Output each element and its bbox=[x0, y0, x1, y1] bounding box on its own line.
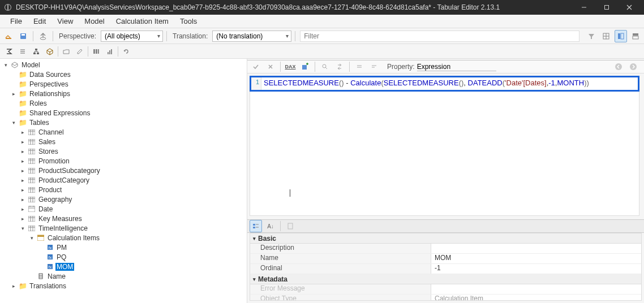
tok-calculate: Calculate bbox=[350, 79, 381, 87]
layout-icon[interactable] bbox=[629, 30, 642, 42]
grid-icon[interactable] bbox=[600, 30, 612, 42]
tree-tables[interactable]: ▾📁Tables bbox=[0, 118, 247, 127]
svg-rect-37 bbox=[28, 149, 35, 154]
prop-page-icon[interactable] bbox=[284, 220, 297, 232]
menu-tools[interactable]: Tools bbox=[174, 16, 203, 27]
perspective-combo[interactable]: (All objects) bbox=[101, 31, 163, 42]
bars-icon[interactable] bbox=[103, 45, 117, 58]
tree-table-geography[interactable]: ▸Geography bbox=[0, 194, 247, 204]
svg-point-91 bbox=[615, 63, 622, 70]
tree-perspectives[interactable]: 📁Perspectives bbox=[0, 79, 247, 89]
tree-table-sales[interactable]: ▸Sales bbox=[0, 137, 247, 146]
minimize-button[interactable] bbox=[573, 0, 595, 15]
menu-edit[interactable]: Edit bbox=[28, 16, 51, 27]
replace-icon[interactable] bbox=[333, 60, 346, 73]
svg-rect-13 bbox=[618, 33, 620, 39]
deploy-icon[interactable] bbox=[37, 30, 49, 42]
svg-text:fx: fx bbox=[48, 265, 51, 269]
list-icon[interactable] bbox=[16, 45, 29, 58]
svg-point-92 bbox=[630, 63, 637, 70]
cube-icon[interactable] bbox=[43, 45, 57, 58]
prop-cat-metadata[interactable]: ▾Metadata bbox=[250, 274, 641, 284]
svg-rect-15 bbox=[633, 33, 638, 36]
menu-view[interactable]: View bbox=[51, 16, 79, 27]
tree-table-productsubcategory[interactable]: ▸ProductSubcategory bbox=[0, 166, 247, 175]
search-icon[interactable] bbox=[319, 60, 331, 73]
layout-icon-active[interactable] bbox=[615, 30, 627, 42]
tree-table-channel[interactable]: ▸Channel bbox=[0, 127, 247, 137]
svg-rect-33 bbox=[28, 139, 35, 145]
sigma-icon[interactable] bbox=[2, 45, 16, 58]
property-grid-toolbar: A↓ bbox=[247, 219, 644, 233]
svg-rect-1 bbox=[7, 5, 8, 10]
prop-row-name[interactable]: NameMOM bbox=[250, 254, 641, 264]
nav-back-icon[interactable] bbox=[612, 60, 625, 73]
tree-table-keymeasures[interactable]: ▸Key Measures bbox=[0, 214, 247, 223]
expression-editor-area[interactable]: I bbox=[250, 92, 639, 216]
tree-column-name[interactable]: Name bbox=[0, 271, 247, 281]
svg-rect-25 bbox=[98, 49, 99, 54]
tree-table-timeintelligence[interactable]: ▾TimeIntelligence bbox=[0, 223, 247, 233]
text-cursor-icon: I bbox=[289, 188, 291, 200]
connect-icon[interactable] bbox=[2, 30, 15, 42]
prop-row-description[interactable]: Description bbox=[250, 244, 641, 254]
translation-combo[interactable]: (No translation) bbox=[212, 31, 291, 42]
svg-rect-24 bbox=[96, 49, 97, 54]
refresh-icon[interactable] bbox=[119, 45, 133, 58]
add-icon[interactable] bbox=[299, 60, 311, 73]
nav-forward-icon[interactable] bbox=[627, 60, 639, 73]
tree-table-stores[interactable]: ▸Stores bbox=[0, 146, 247, 156]
tree-table-promotion[interactable]: ▸Promotion bbox=[0, 156, 247, 166]
tree-calculation-items[interactable]: ▾Calculation Items bbox=[0, 233, 247, 243]
save-icon[interactable] bbox=[17, 30, 29, 42]
columns-icon[interactable] bbox=[89, 45, 103, 58]
tree-root-model[interactable]: ▾Model bbox=[0, 60, 247, 70]
filter-input[interactable] bbox=[300, 31, 579, 42]
tree-calcitem-mom[interactable]: fxMOM bbox=[0, 262, 247, 271]
menu-calculation-item[interactable]: Calculation Item bbox=[110, 16, 174, 27]
comment-icon[interactable] bbox=[353, 60, 366, 73]
dax-expression[interactable]: SELECTEDMEASURE() - Calculate(SELECTEDME… bbox=[261, 77, 591, 90]
tree-relationships[interactable]: ▸📁Relationships bbox=[0, 89, 247, 98]
svg-rect-53 bbox=[28, 187, 35, 193]
uncomment-icon[interactable] bbox=[368, 60, 380, 73]
property-value: Expression bbox=[417, 63, 450, 71]
alphabetical-icon[interactable]: A↓ bbox=[264, 220, 277, 232]
dax-format-icon[interactable]: DAX bbox=[284, 60, 297, 73]
prop-row-ordinal[interactable]: Ordinal-1 bbox=[250, 264, 641, 274]
tree-table-productcategory[interactable]: ▸ProductCategory bbox=[0, 175, 247, 185]
close-button[interactable] bbox=[618, 0, 641, 15]
folder-icon: 📁 bbox=[18, 80, 27, 88]
tree-datasources[interactable]: 📁Data Sources bbox=[0, 70, 247, 79]
tree-calcitem-pm[interactable]: fxPM bbox=[0, 243, 247, 252]
svg-rect-28 bbox=[111, 49, 112, 54]
tree-shared-expressions[interactable]: 📁Shared Expressions bbox=[0, 108, 247, 118]
model-tree[interactable]: ▾Model 📁Data Sources 📁Perspectives ▸📁Rel… bbox=[0, 59, 247, 303]
prop-row-object-type[interactable]: Object TypeCalculation Item bbox=[250, 295, 641, 301]
tree-roles[interactable]: 📁Roles bbox=[0, 98, 247, 108]
menu-model[interactable]: Model bbox=[79, 16, 110, 27]
folder-icon[interactable] bbox=[59, 45, 73, 58]
tok-neg1: -1 bbox=[548, 79, 555, 87]
cancel-icon[interactable] bbox=[264, 60, 277, 73]
calcitem-icon: fx bbox=[45, 244, 54, 252]
property-combo[interactable]: Expression bbox=[417, 63, 496, 71]
maximize-button[interactable] bbox=[595, 0, 618, 15]
prop-cat-basic[interactable]: ▾Basic bbox=[250, 233, 641, 244]
tree-translations[interactable]: ▸📁Translations bbox=[0, 281, 247, 291]
svg-text:fx: fx bbox=[48, 246, 51, 250]
tree-calcitem-pq[interactable]: fxPQ bbox=[0, 252, 247, 262]
prop-row-error-message[interactable]: Error Message bbox=[250, 284, 641, 295]
categorized-icon[interactable] bbox=[250, 220, 262, 232]
menu-file[interactable]: File bbox=[5, 16, 28, 27]
property-grid[interactable]: ▾Basic Description NameMOM Ordinal-1 ▾Me… bbox=[250, 233, 642, 301]
hierarchy-icon[interactable] bbox=[29, 45, 43, 58]
tree-table-product[interactable]: ▸Product bbox=[0, 185, 247, 194]
svg-rect-14 bbox=[621, 33, 624, 39]
edit-icon[interactable] bbox=[73, 45, 87, 58]
accept-icon[interactable] bbox=[250, 60, 262, 73]
filter-icon[interactable] bbox=[585, 30, 598, 42]
svg-rect-20 bbox=[35, 49, 37, 50]
tree-table-date[interactable]: ▸Date bbox=[0, 204, 247, 214]
expression-highlight-box: 1 SELECTEDMEASURE() - Calculate(SELECTED… bbox=[250, 76, 639, 92]
